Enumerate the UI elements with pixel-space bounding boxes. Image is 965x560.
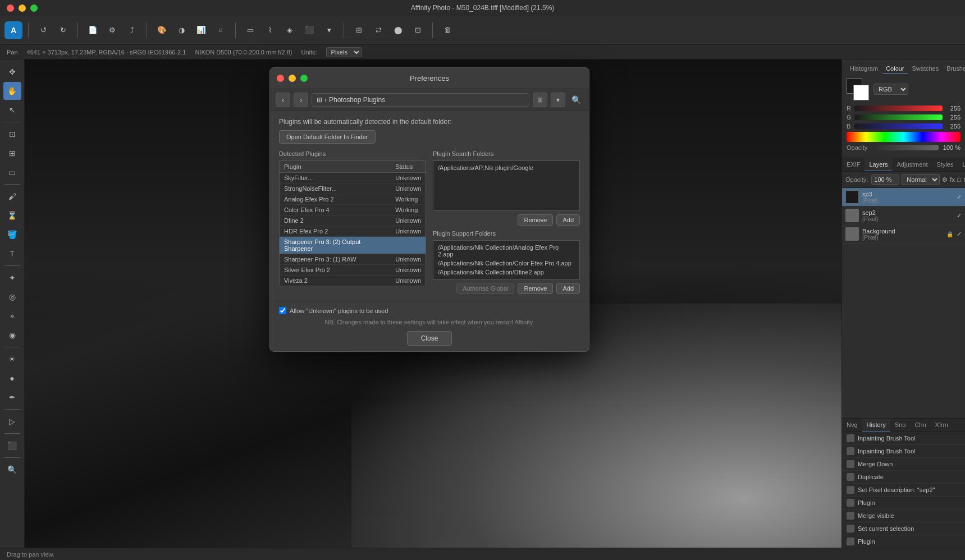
minimize-button[interactable]: [19, 4, 26, 12]
prefs-view-btn[interactable]: ⊞: [533, 93, 547, 107]
red-eye-tool[interactable]: ◉: [3, 326, 21, 344]
history-back-btn[interactable]: ↺: [34, 21, 52, 39]
close-button[interactable]: [7, 4, 14, 12]
prefs-close-btn-traffic[interactable]: [277, 75, 284, 82]
history-forward-btn[interactable]: ↻: [54, 21, 72, 39]
document-btn[interactable]: 📄: [84, 21, 102, 39]
history-item-inpaint2[interactable]: Inpainting Brush Tool: [842, 445, 965, 458]
rectangle-select-tool[interactable]: ▭: [3, 163, 21, 181]
support-remove-btn[interactable]: Remove: [518, 283, 553, 294]
levels-btn[interactable]: ○: [212, 21, 230, 39]
color-mode-selector[interactable]: RGB HSL CMYK: [873, 84, 908, 95]
plugin-row[interactable]: Sharpener Pro 3: (2) Output Sharpener: [280, 237, 426, 254]
crop-tool[interactable]: ⊡: [3, 125, 21, 143]
color-picker-tool[interactable]: ⬛: [3, 437, 21, 455]
history-item-plugin2[interactable]: Plugin: [842, 535, 965, 548]
marquee-btn[interactable]: ▭: [241, 21, 259, 39]
shape-tool[interactable]: ▷: [3, 412, 21, 430]
snp-tab[interactable]: Snp: [890, 419, 911, 432]
history-item-merge-visible[interactable]: Merge visible: [842, 509, 965, 522]
transform-btn[interactable]: ⇄: [369, 21, 387, 39]
prefs-min-btn[interactable]: [289, 75, 296, 82]
layer-sp3[interactable]: sp3 (Pixel) ✓: [842, 188, 965, 206]
allow-unknown-checkbox[interactable]: [279, 307, 286, 314]
prefs-view-btn-2[interactable]: ▾: [551, 93, 565, 107]
plugin-row[interactable]: Viveza 2Unknown: [280, 276, 426, 286]
clone-tool[interactable]: ◎: [3, 288, 21, 306]
plugin-row[interactable]: SkyFilter...Unknown: [280, 173, 426, 183]
delete-btn[interactable]: 🗑: [438, 21, 456, 39]
search-remove-btn[interactable]: Remove: [518, 214, 553, 226]
history-list[interactable]: Inpainting Brush Tool Inpainting Brush T…: [842, 432, 965, 548]
fill-tool[interactable]: 🪣: [3, 226, 21, 244]
dodge-tool[interactable]: ☀: [3, 350, 21, 368]
layer-opacity-input[interactable]: [871, 175, 899, 185]
pan-tool[interactable]: ✋: [3, 82, 21, 100]
prefs-max-btn[interactable]: [300, 75, 308, 82]
patch-tool[interactable]: ⌖: [3, 307, 21, 325]
mask-btn[interactable]: ⬛: [300, 21, 318, 39]
history-item-set-pixel-sep2[interactable]: Set Pixel description: "sep2": [842, 484, 965, 497]
pen-tool[interactable]: ✒: [3, 388, 21, 406]
blue-slider[interactable]: [854, 123, 943, 129]
prefs-search-btn[interactable]: 🔍: [569, 93, 583, 107]
text-tool[interactable]: T: [3, 245, 21, 263]
authorise-btn[interactable]: Authorise Global: [456, 283, 514, 294]
selection-move-tool[interactable]: ↖: [3, 101, 21, 119]
search-add-btn[interactable]: Add: [556, 214, 580, 226]
settings-btn[interactable]: ⚙: [103, 21, 121, 39]
plugin-row[interactable]: Color Efex Pro 4Working: [280, 205, 426, 215]
layers-mask-btn[interactable]: □: [957, 174, 961, 185]
xfrm-tab[interactable]: Xfrm: [931, 419, 953, 432]
units-selector[interactable]: Pixels Inches cm: [326, 47, 362, 57]
share-btn[interactable]: ⤴: [123, 21, 141, 39]
layer-sep2[interactable]: sep2 (Pixel) ✓: [842, 206, 965, 225]
history-tab-btn[interactable]: History: [862, 419, 890, 432]
lasso-btn[interactable]: ⌇: [261, 21, 279, 39]
history-item-inpaint1[interactable]: Inpainting Brush Tool: [842, 432, 965, 445]
layers-delete-btn[interactable]: 🗑: [963, 174, 965, 185]
plugin-row[interactable]: Analog Efex Pro 2Working: [280, 194, 426, 205]
color-btn[interactable]: 🎨: [153, 21, 171, 39]
layer-background[interactable]: Background (Pixel) 🔒 ✓: [842, 225, 965, 244]
histogram-btn[interactable]: 📊: [192, 21, 210, 39]
layers-fx-btn[interactable]: fx: [950, 174, 955, 185]
adjustment-tab[interactable]: Adjustment: [892, 158, 932, 171]
history-item-duplicate[interactable]: Duplicate: [842, 471, 965, 484]
straighten-tool[interactable]: ⊞: [3, 144, 21, 162]
layers-tab[interactable]: Layers: [865, 158, 892, 171]
paint-brush-tool[interactable]: 🖌: [3, 187, 21, 205]
maximize-button[interactable]: [30, 4, 38, 12]
color-spectrum[interactable]: [847, 132, 961, 142]
selection-btn[interactable]: ◈: [281, 21, 299, 39]
styles-tab[interactable]: Styles: [932, 158, 958, 171]
library-tab[interactable]: Library: [958, 158, 965, 171]
support-folders-box[interactable]: /Applications/Nik Collection/Analog Efex…: [433, 240, 580, 279]
open-folder-btn[interactable]: Open Default Folder In Finder: [279, 130, 376, 144]
nvg-tab[interactable]: Nvg: [842, 419, 862, 432]
history-item-merge-down[interactable]: Merge Down: [842, 458, 965, 471]
move-tool[interactable]: ✥: [3, 63, 21, 81]
brushes-tab[interactable]: Brushes: [943, 64, 965, 74]
exif-tab[interactable]: EXIF: [842, 158, 865, 171]
eyedropper-tool[interactable]: ⌛: [3, 206, 21, 224]
prefs-back-btn[interactable]: ‹: [276, 93, 290, 107]
fg-bg-swatches[interactable]: [847, 78, 869, 100]
background-swatch[interactable]: [853, 85, 869, 100]
grid-btn[interactable]: ⊞: [350, 21, 368, 39]
search-folders-box[interactable]: /Applications/AP:Nik plugin/Google: [433, 160, 580, 211]
healing-tool[interactable]: ✦: [3, 269, 21, 287]
histogram-tab[interactable]: Histogram: [847, 64, 881, 74]
chn-tab[interactable]: Chn: [910, 419, 930, 432]
plugin-row[interactable]: Dfine 2Unknown: [280, 215, 426, 226]
prefs-forward-btn[interactable]: ›: [294, 93, 308, 107]
filter-btn[interactable]: ⊡: [409, 21, 427, 39]
plugin-row[interactable]: Silver Efex Pro 2Unknown: [280, 265, 426, 276]
green-slider[interactable]: [854, 114, 943, 120]
selection-arrow-btn[interactable]: ▾: [320, 21, 338, 39]
pixel-select-btn[interactable]: ⬤: [389, 21, 407, 39]
plugin-row[interactable]: StrongNoiseFilter...Unknown: [280, 183, 426, 194]
plugin-row[interactable]: HDR Efex Pro 2Unknown: [280, 226, 426, 237]
history-item-selection[interactable]: Set current selection: [842, 522, 965, 535]
support-add-btn[interactable]: Add: [556, 283, 580, 294]
